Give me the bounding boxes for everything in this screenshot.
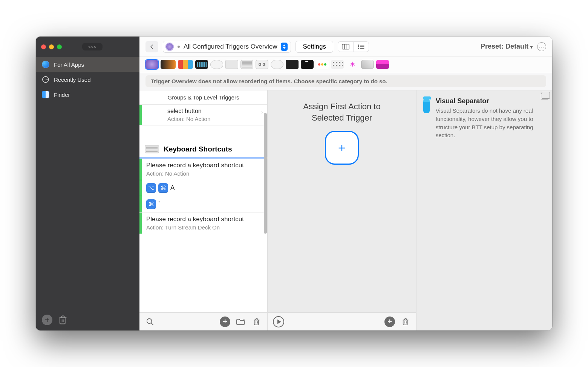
add-app-button[interactable]: + <box>42 315 52 325</box>
back-button[interactable] <box>145 41 158 52</box>
svg-point-9 <box>147 318 152 323</box>
sidebar-item-label: Recently Used <box>54 76 91 83</box>
columns-icon <box>342 44 349 50</box>
trigger-row[interactable]: Please record a keyboard shortcut Action… <box>139 159 267 180</box>
add-action-footer-button[interactable]: + <box>384 317 395 327</box>
key-option-icon: ⌥ <box>146 183 156 193</box>
device-notch-icon[interactable] <box>301 60 314 69</box>
preset-selector[interactable]: Preset: Default ▾ <box>481 43 533 50</box>
device-automations-icon[interactable] <box>361 60 374 69</box>
close-window-button[interactable] <box>41 44 46 49</box>
app-window: <<< For All Apps Recently Used Finder + <box>36 37 552 330</box>
trash-icon <box>253 318 261 326</box>
svg-line-10 <box>151 323 153 325</box>
add-trigger-button[interactable]: + <box>220 317 230 327</box>
device-trackpad-icon[interactable] <box>225 60 238 69</box>
info-banner: Trigger Overview does not allow reorderi… <box>145 75 546 87</box>
view-columns-button[interactable] <box>338 42 354 52</box>
sidebar: <<< For All Apps Recently Used Finder + <box>36 37 139 330</box>
trigger-row[interactable]: ⌘ ` <box>139 196 267 213</box>
more-menu-button[interactable]: ··· <box>537 42 546 51</box>
device-touchbar2-icon[interactable] <box>178 60 193 69</box>
gear-icon <box>165 43 174 51</box>
triggers-tab-header[interactable]: Groups & Top Level Triggers <box>139 90 267 105</box>
svg-rect-0 <box>342 44 349 49</box>
clock-icon <box>42 76 49 83</box>
trigger-list: select button Action: No Action › Keyboa… <box>139 105 267 312</box>
zoom-window-button[interactable] <box>57 44 62 49</box>
globe-icon <box>42 61 49 68</box>
device-traffic-icon[interactable] <box>316 60 329 69</box>
sidebar-item-label: For All Apps <box>54 61 84 68</box>
trigger-row[interactable]: select button Action: No Action › <box>139 105 267 125</box>
search-icon <box>146 318 154 326</box>
device-keysequence-icon[interactable]: G G <box>256 60 268 69</box>
dot-icon <box>178 46 180 48</box>
window-controls <box>41 44 62 49</box>
device-midi-icon[interactable] <box>331 60 344 69</box>
triggers-footer: + <box>139 312 267 330</box>
accent-bar <box>139 213 142 234</box>
key-command-icon: ⌘ <box>158 183 168 193</box>
trigger-row[interactable]: ⌥ ⌘ A <box>139 180 267 196</box>
chevron-left-icon <box>149 44 155 49</box>
device-streamdeck-icon[interactable] <box>195 60 208 69</box>
device-selector-row: G G ✶ <box>139 57 552 73</box>
device-mouse-icon[interactable] <box>210 60 223 69</box>
scrollbar[interactable] <box>264 113 267 234</box>
sidebar-item-for-all-apps[interactable]: For All Apps <box>36 57 139 72</box>
sidebar-item-recently-used[interactable]: Recently Used <box>36 72 139 87</box>
device-keyboard-icon[interactable] <box>240 60 253 69</box>
triggers-column: Groups & Top Level Triggers select butto… <box>139 90 268 330</box>
trigger-title: Please record a keyboard shortcut <box>146 216 263 223</box>
trash-icon <box>58 315 68 325</box>
overview-label: All Configured Triggers Overview <box>184 43 277 50</box>
accent-bar <box>139 159 142 180</box>
delete-action-button[interactable] <box>400 317 411 327</box>
section-header-keyboard[interactable]: Keyboard Shortcuts <box>139 140 267 159</box>
inspector-description: Visual Separators do not have any real f… <box>436 107 545 139</box>
folder-icon <box>423 99 430 113</box>
minimize-window-button[interactable] <box>49 44 54 49</box>
trigger-category-selector[interactable]: All Configured Triggers Overview <box>163 41 291 53</box>
accent-bar <box>139 196 142 212</box>
key-letter: ` <box>158 200 161 208</box>
device-menubar-icon[interactable] <box>376 60 389 69</box>
add-folder-button[interactable] <box>236 317 246 327</box>
sidebar-item-label: Finder <box>54 92 70 98</box>
device-touchbar-icon[interactable] <box>161 60 176 69</box>
trigger-title: Please record a keyboard shortcut <box>146 162 263 169</box>
inspector-column: Visual Separator Visual Separators do no… <box>416 90 552 330</box>
trigger-title: select button <box>146 108 263 115</box>
inspector-card: Visual Separator Visual Separators do no… <box>416 90 552 146</box>
search-button[interactable] <box>145 317 155 327</box>
window-titlebar: <<< <box>36 37 139 57</box>
updown-icon <box>281 43 288 51</box>
sidebar-back-button[interactable]: <<< <box>82 43 103 50</box>
device-magicmouse-icon[interactable] <box>271 60 283 69</box>
add-action-button[interactable]: + <box>325 131 359 165</box>
keyboard-icon <box>145 145 159 153</box>
device-remote-icon[interactable] <box>286 60 299 69</box>
svg-point-5 <box>358 46 359 47</box>
view-list-button[interactable] <box>354 42 369 52</box>
section-title: Keyboard Shortcuts <box>164 145 232 153</box>
delete-app-button[interactable] <box>58 315 68 325</box>
accent-bar <box>139 180 142 196</box>
actions-empty-title: Assign First Action toSelected Trigger <box>268 90 416 123</box>
popout-icon[interactable] <box>541 93 548 99</box>
delete-trigger-button[interactable] <box>251 317 262 327</box>
view-mode-segmented <box>338 41 369 52</box>
run-action-button[interactable] <box>273 316 284 327</box>
main: All Configured Triggers Overview Setting… <box>139 37 552 330</box>
sidebar-footer: + <box>36 309 139 330</box>
actions-footer: + <box>268 312 416 330</box>
list-icon <box>357 44 365 50</box>
trash-icon <box>401 318 410 326</box>
trigger-row[interactable]: Please record a keyboard shortcut Action… <box>139 213 267 234</box>
toolbar: All Configured Triggers Overview Setting… <box>139 37 552 57</box>
device-all-icon[interactable] <box>145 60 158 69</box>
settings-button[interactable]: Settings <box>296 41 333 53</box>
sidebar-item-finder[interactable]: Finder <box>36 87 139 102</box>
device-drawings-icon[interactable]: ✶ <box>346 60 359 69</box>
